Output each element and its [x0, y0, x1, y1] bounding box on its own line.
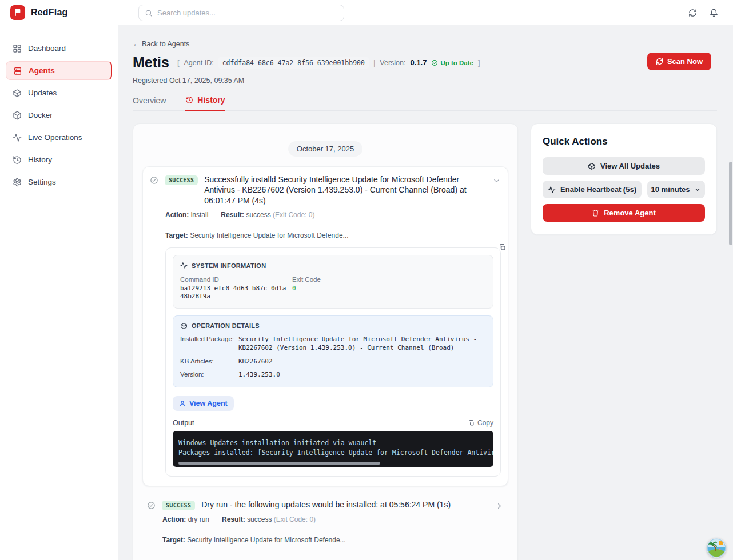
search-input-wrap[interactable]: [138, 5, 344, 21]
trash-icon: [592, 209, 599, 217]
search-icon: [145, 9, 153, 17]
copy-label: Copy: [477, 419, 493, 427]
chevron-down-icon: [694, 186, 701, 193]
copy-icon[interactable]: [499, 243, 506, 251]
activity-icon: [13, 133, 22, 142]
redflag-logo-icon: [10, 5, 25, 20]
history-clock-icon: [13, 155, 22, 165]
history-timeline-card: October 17, 2025 SUCCESS Successfully in…: [133, 123, 518, 560]
operation-details-heading: OPERATION DETAILS: [192, 322, 260, 329]
sidebar-item-history[interactable]: History: [6, 150, 112, 169]
interval-dropdown[interactable]: 10 minutes: [647, 181, 705, 198]
tab-overview[interactable]: Overview: [133, 95, 166, 110]
event-title: Dry run - the following updates would be…: [201, 499, 451, 510]
tab-history[interactable]: History: [185, 95, 225, 111]
version-label: Version:: [380, 59, 405, 67]
command-id-label: Command ID: [180, 276, 292, 283]
meta-label: Target:: [165, 231, 188, 239]
sidebar-item-label: Docker: [28, 111, 53, 119]
system-information-heading: SYSTEM INFORMATION: [192, 262, 266, 269]
sidebar-item-docker[interactable]: Docker: [6, 106, 112, 125]
sidebar-item-label: Updates: [28, 89, 57, 97]
copy-output-button[interactable]: Copy: [468, 419, 493, 427]
check-circle-icon: [431, 59, 438, 66]
agent-title-row: Metis [ Agent ID: cdfdfa84-68c6-47a2-8f5…: [133, 54, 717, 71]
topbar-icons: [688, 0, 718, 25]
vertical-scrollbar[interactable]: [729, 162, 732, 245]
separator: |: [373, 58, 375, 67]
main-content: ← Back to Agents Metis [ Agent ID: cdfdf…: [118, 25, 733, 560]
tab-label: Overview: [133, 96, 166, 105]
refresh-icon[interactable]: [688, 9, 697, 17]
event-meta: Action: dry run Result: success (Exit Co…: [162, 515, 504, 544]
copy-icon: [468, 419, 475, 426]
view-agent-button[interactable]: View Agent: [173, 396, 234, 411]
meta-value: install: [191, 211, 209, 219]
enable-heartbeat-button[interactable]: Enable Heartbeat (5s): [543, 181, 642, 198]
output-label: Output: [173, 419, 194, 427]
app-header: RedFlag: [0, 0, 118, 25]
sidebar-item-label: Agents: [29, 66, 55, 75]
chevron-right-icon[interactable]: [495, 502, 504, 510]
op-value: KB2267602: [238, 358, 273, 366]
app-name: RedFlag: [31, 7, 68, 18]
chevron-down-icon[interactable]: [492, 177, 501, 185]
remove-agent-button[interactable]: Remove Agent: [543, 204, 705, 222]
status-badge: SUCCESS: [162, 501, 195, 510]
system-information-panel: SYSTEM INFORMATION Command ID ba129213-e…: [173, 255, 493, 309]
operation-details-panel: OPERATION DETAILS Installed Package:Secu…: [173, 315, 493, 387]
op-value: 1.439.253.0: [238, 371, 280, 379]
sidebar-item-label: Live Operations: [28, 133, 82, 142]
sidebar-item-updates[interactable]: Updates: [6, 83, 112, 102]
bell-icon[interactable]: [710, 9, 718, 17]
registered-timestamp: Registered Oct 17, 2025, 09:35 AM: [133, 77, 717, 85]
tab-label: History: [197, 95, 225, 105]
bracket-close: ]: [478, 58, 480, 67]
history-clock-icon: [185, 96, 193, 104]
cube-icon: [13, 111, 22, 120]
meta-label: Result:: [221, 211, 244, 219]
server-icon: [13, 66, 22, 75]
check-circle-icon: [147, 501, 156, 510]
sidebar-item-label: Settings: [28, 178, 56, 186]
agent-id-chip: cdfdfa84-68c6-47a2-8f56-639e001bb900: [218, 57, 369, 69]
sidebar-item-agents[interactable]: Agents: [6, 61, 112, 80]
package-icon: [588, 162, 596, 170]
topbar: [118, 0, 733, 25]
refresh-icon: [656, 58, 663, 65]
meta-muted: (Exit Code: 0): [273, 211, 314, 219]
scan-now-label: Scan Now: [667, 57, 703, 66]
enable-heartbeat-label: Enable Heartbeat (5s): [560, 185, 636, 194]
horizontal-scrollbar[interactable]: [178, 462, 380, 465]
page-title: Metis: [133, 54, 169, 71]
user-icon: [179, 400, 186, 407]
exit-code-label: Exit Code: [292, 276, 321, 283]
op-value: Security Intelligence Update for Microso…: [238, 335, 486, 353]
date-pill: October 17, 2025: [288, 141, 362, 157]
version-value: 0.1.7: [410, 58, 427, 67]
meta-value: success: [246, 211, 270, 219]
view-all-updates-button[interactable]: View All Updates: [543, 157, 705, 175]
terminal-line: Windows Updates installation initiated v…: [178, 438, 488, 448]
search-input[interactable]: [157, 9, 338, 17]
quick-actions-title: Quick Actions: [543, 136, 705, 147]
sidebar-item-label: Dashboard: [28, 44, 66, 53]
view-agent-label: View Agent: [189, 399, 228, 407]
exit-code-value: 0: [292, 285, 321, 293]
status-badge: SUCCESS: [165, 175, 198, 185]
meta-label: Action:: [162, 515, 186, 523]
activity-icon: [180, 262, 188, 269]
sidebar-nav: Dashboard Agents Updates Docker Live Ope…: [0, 25, 118, 191]
sidebar-item-dashboard[interactable]: Dashboard: [6, 39, 112, 58]
tab-bar: Overview History: [133, 95, 717, 111]
agent-id-label: Agent ID:: [184, 59, 214, 67]
sidebar-item-live-operations[interactable]: Live Operations: [6, 128, 112, 147]
meta-value: Security Intelligence Update for Microso…: [187, 536, 345, 544]
island-float-button[interactable]: [707, 538, 726, 558]
terminal-output: Windows Updates installation initiated v…: [173, 431, 493, 466]
op-label: Version:: [180, 371, 238, 379]
meta-label: Target:: [162, 536, 185, 544]
scan-now-button[interactable]: Scan Now: [647, 53, 711, 70]
sidebar-item-settings[interactable]: Settings: [6, 173, 112, 191]
back-to-agents-link[interactable]: ← Back to Agents: [133, 40, 189, 48]
